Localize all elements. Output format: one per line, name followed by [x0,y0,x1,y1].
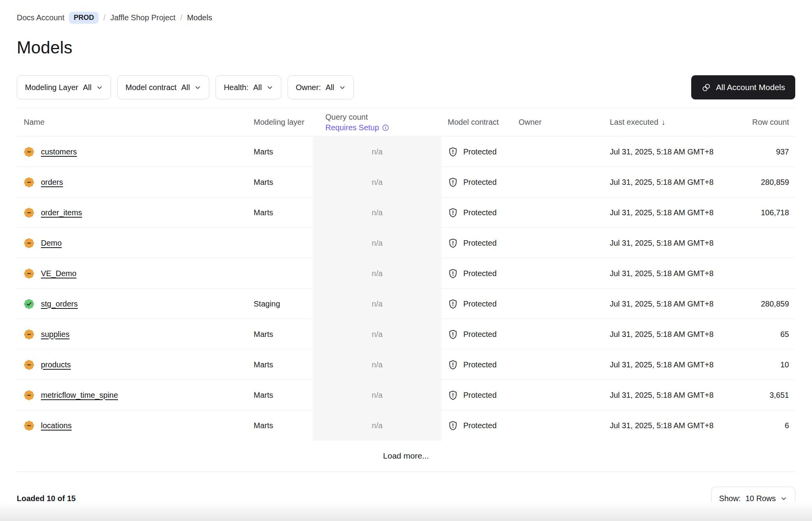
filter-label: Modeling Layer [25,83,78,92]
shield-protected-icon [448,147,458,157]
model-contract-cell: Protected [441,207,515,218]
modeling-layer-cell: Staging [251,299,313,308]
model-name-link[interactable]: products [41,360,71,369]
model-name-link[interactable]: supplies [41,330,69,339]
filter-value: All [325,83,334,92]
shield-protected-icon [448,299,458,309]
last-executed-cell: Jul 31, 2025, 5:18 AM GMT+8 [586,239,738,248]
rows-value: 10 Rows [745,494,776,503]
last-executed-cell: Jul 31, 2025, 5:18 AM GMT+8 [586,178,738,187]
model-name-link[interactable]: locations [41,421,72,430]
model-contract-cell: Protected [441,238,515,248]
query-count-cell: n/a [313,289,441,319]
last-executed-label: Last executed [610,118,658,127]
filter-model-contract[interactable]: Model contract All [117,75,209,99]
models-table: Name Modeling layer Query count Requires… [17,108,795,472]
model-name-link[interactable]: stg_orders [41,299,78,308]
model-name-link[interactable]: Demo [41,239,62,248]
requires-setup-label: Requires Setup [325,122,379,133]
environment-badge: PROD [69,12,99,24]
breadcrumb-project[interactable]: Jaffle Shop Project [110,13,176,22]
show-label: Show: [719,494,741,503]
modeling-layer-cell: Marts [251,330,313,339]
last-executed-cell: Jul 31, 2025, 5:18 AM GMT+8 [586,208,738,217]
row-count-cell: 6 [738,421,795,430]
query-count-cell: n/a [313,319,441,349]
model-contract-label: Protected [463,421,497,430]
model-contract-label: Protected [463,269,497,278]
column-header-row-count: Row count [738,118,795,127]
shield-protected-icon [448,238,458,248]
model-name-link[interactable]: order_items [41,208,82,217]
filter-value: All [253,83,262,92]
all-account-models-label: All Account Models [716,83,785,92]
row-count-cell: 65 [738,330,795,339]
row-count-cell: 280,859 [738,299,795,308]
query-count-cell: n/a [313,349,441,380]
column-header-last-executed[interactable]: Last executed ↓ [586,118,738,127]
column-header-model-contract: Model contract [441,118,515,127]
model-name-link[interactable]: metricflow_time_spine [41,391,118,400]
model-name-cell: Demo [17,238,251,248]
health-warning-icon [24,268,34,279]
breadcrumb-account[interactable]: Docs Account [17,13,64,22]
column-header-query-count: Query count Requires Setup [313,112,441,133]
table-header-row: Name Modeling layer Query count Requires… [17,108,795,136]
model-name-link[interactable]: VE_Demo [41,269,76,278]
model-name-link[interactable]: customers [41,147,77,156]
filters-toolbar: Modeling Layer All Model contract All He… [17,75,795,99]
query-count-cell: n/a [313,228,441,258]
table-row: locations Marts n/a Protected Jul 31, 20… [17,410,795,440]
table-row: products Marts n/a Protected Jul 31, 202… [17,349,795,379]
shield-protected-icon [448,207,458,218]
model-name-cell: customers [17,147,251,157]
model-contract-label: Protected [463,208,497,217]
shield-protected-icon [448,420,458,431]
health-warning-icon [24,390,34,400]
shield-protected-icon [448,360,458,370]
model-name-cell: order_items [17,207,251,218]
health-warning-icon [24,207,34,218]
requires-setup-link[interactable]: Requires Setup [325,122,441,133]
model-name-cell: orders [17,177,251,188]
page-title: Models [17,38,795,57]
modeling-layer-cell: Marts [251,178,313,187]
load-more-button[interactable]: Load more... [17,440,795,471]
model-name-cell: products [17,360,251,370]
model-name-link[interactable]: orders [41,178,63,187]
table-row: VE_Demo n/a Protected Jul 31, 2025, 5:18… [17,258,795,288]
model-contract-label: Protected [463,360,497,369]
model-contract-cell: Protected [441,147,515,157]
model-contract-cell: Protected [441,420,515,431]
column-header-modeling-layer: Modeling layer [251,118,313,127]
health-warning-icon [24,329,34,340]
all-account-models-button[interactable]: All Account Models [691,75,795,99]
sort-descending-icon[interactable]: ↓ [662,118,665,127]
model-name-cell: locations [17,420,251,431]
breadcrumb-separator: / [103,13,106,22]
health-success-icon [24,299,34,309]
model-contract-label: Protected [463,299,497,308]
filter-modeling-layer[interactable]: Modeling Layer All [17,75,111,99]
model-contract-cell: Protected [441,329,515,340]
info-icon[interactable] [382,124,389,131]
chevron-down-icon [194,84,201,91]
query-count-cell: n/a [313,258,441,289]
model-contract-label: Protected [463,239,497,248]
model-name-cell: stg_orders [17,299,251,309]
modeling-layer-cell: Marts [251,147,313,156]
filter-owner[interactable]: Owner: All [288,75,354,99]
table-row: Demo n/a Protected Jul 31, 2025, 5:18 AM… [17,227,795,258]
table-body: customers Marts n/a Protected Jul 31, 20… [17,136,795,440]
filter-health[interactable]: Health: All [215,75,281,99]
row-count-cell: 3,651 [738,391,795,400]
filter-label: Model contract [125,83,177,92]
rows-per-page-select[interactable]: Show: 10 Rows [711,487,795,510]
modeling-layer-cell: Marts [251,360,313,369]
table-footer: Loaded 10 of 15 Show: 10 Rows [0,472,812,510]
query-count-cell: n/a [313,380,441,410]
table-row: order_items Marts n/a Protected Jul 31, … [17,197,795,227]
row-count-cell: 280,859 [738,178,795,187]
column-header-owner: Owner [515,118,586,127]
filter-value: All [181,83,190,92]
